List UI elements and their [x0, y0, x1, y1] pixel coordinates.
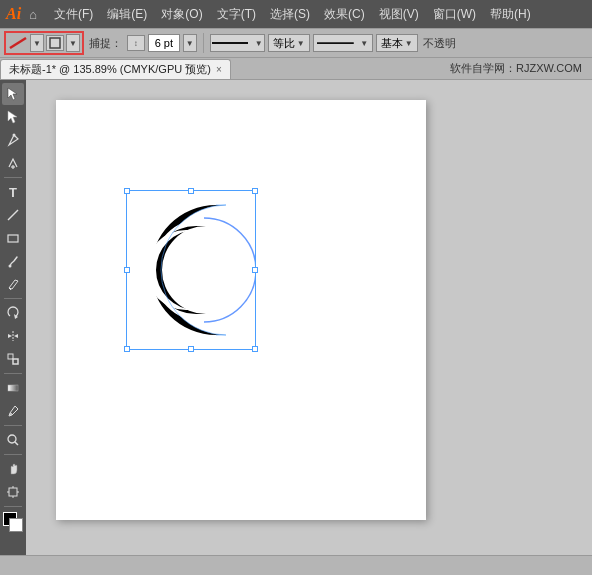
snap-label: 捕捉：: [87, 36, 124, 51]
tool-reflect[interactable]: [2, 325, 24, 347]
svg-line-9: [8, 210, 18, 220]
tool-line[interactable]: [2, 204, 24, 226]
tool-zoom[interactable]: [2, 429, 24, 451]
menu-effect[interactable]: 效果(C): [317, 4, 372, 25]
tool-rotate[interactable]: [2, 302, 24, 324]
toolbox-sep-5: [4, 454, 22, 455]
shape-container[interactable]: [126, 190, 256, 350]
menu-view[interactable]: 视图(V): [372, 4, 426, 25]
tool-pen[interactable]: [2, 129, 24, 151]
main-area: T: [0, 80, 592, 555]
menu-type[interactable]: 文字(T): [210, 4, 263, 25]
tool-add-anchor[interactable]: [2, 152, 24, 174]
ratio-dropdown[interactable]: 等比 ▼: [268, 34, 310, 52]
line-style-dropdown[interactable]: ▼: [210, 34, 265, 52]
toolbox-sep-1: [4, 177, 22, 178]
tab-right-info: 软件自学网：RJZXW.COM: [440, 57, 592, 79]
tab-close-btn[interactable]: ×: [216, 64, 222, 75]
svg-point-11: [9, 265, 12, 268]
status-bar: [0, 555, 592, 575]
svg-point-6: [13, 134, 16, 137]
ai-logo: Ai: [6, 5, 21, 23]
toolbox-sep-3: [4, 373, 22, 374]
svg-line-0: [10, 38, 26, 48]
shape-dropdown[interactable]: ▼: [66, 34, 80, 52]
tool-hand[interactable]: [2, 458, 24, 480]
tool-direct-select[interactable]: [2, 106, 24, 128]
svg-rect-21: [9, 488, 17, 496]
tool-eyedropper[interactable]: [2, 400, 24, 422]
c-shape-svg: [126, 190, 256, 350]
snap-value-input[interactable]: [148, 34, 180, 52]
svg-marker-4: [8, 88, 17, 100]
home-icon[interactable]: ⌂: [29, 7, 37, 22]
tool-color-boxes[interactable]: [3, 512, 23, 532]
shape-square-btn[interactable]: [46, 35, 64, 51]
style-label: 基本: [381, 36, 403, 51]
menu-file[interactable]: 文件(F): [47, 4, 100, 25]
snap-spinner[interactable]: ↕: [127, 35, 145, 51]
svg-rect-10: [8, 235, 18, 242]
tool-gradient[interactable]: [2, 377, 24, 399]
menu-select[interactable]: 选择(S): [263, 4, 317, 25]
menu-object[interactable]: 对象(O): [154, 4, 209, 25]
tool-artboard[interactable]: [2, 481, 24, 503]
style-dropdown[interactable]: 基本 ▼: [376, 34, 418, 52]
svg-rect-1: [50, 38, 60, 48]
tool-type[interactable]: T: [2, 181, 24, 203]
canvas-page: [56, 100, 426, 520]
tab-title: 未标题-1* @ 135.89% (CMYK/GPU 预览): [9, 62, 211, 77]
snap-unit-dropdown[interactable]: ▼: [183, 34, 197, 52]
stroke-icon[interactable]: [8, 36, 28, 50]
tab-bar: 未标题-1* @ 135.89% (CMYK/GPU 预览) × 软件自学网：R…: [0, 58, 592, 80]
document-tab[interactable]: 未标题-1* @ 135.89% (CMYK/GPU 预览) ×: [0, 59, 231, 79]
background-color[interactable]: [9, 518, 23, 532]
menu-edit[interactable]: 编辑(E): [100, 4, 154, 25]
menu-window[interactable]: 窗口(W): [426, 4, 483, 25]
tool-rect[interactable]: [2, 227, 24, 249]
stroke-fill-group: ▼ ▼: [4, 31, 84, 55]
svg-rect-17: [8, 385, 18, 391]
tool-scale[interactable]: [2, 348, 24, 370]
line-end-dropdown[interactable]: ▼: [313, 34, 373, 52]
tool-select[interactable]: [2, 83, 24, 105]
canvas-area[interactable]: [26, 80, 592, 555]
menu-help[interactable]: 帮助(H): [483, 4, 538, 25]
svg-point-18: [10, 413, 12, 415]
toolbox-sep-2: [4, 298, 22, 299]
toolbar-separator-1: [203, 33, 204, 53]
toolbox-sep-6: [4, 506, 22, 507]
svg-rect-16: [13, 359, 18, 364]
ratio-label: 等比: [273, 36, 295, 51]
stroke-dropdown[interactable]: ▼: [30, 34, 44, 52]
left-toolbox: T: [0, 80, 26, 555]
toolbox-sep-4: [4, 425, 22, 426]
svg-point-19: [8, 435, 16, 443]
opacity-label: 不透明: [421, 36, 458, 51]
menu-bar: Ai ⌂ 文件(F) 编辑(E) 对象(O) 文字(T) 选择(S) 效果(C)…: [0, 0, 592, 28]
tool-paintbrush[interactable]: [2, 250, 24, 272]
svg-marker-5: [8, 111, 17, 123]
svg-line-20: [15, 442, 18, 445]
toolbar: ▼ ▼ 捕捉： ↕ ▼ ▼ 等比 ▼ ▼: [0, 28, 592, 58]
tool-pencil[interactable]: [2, 273, 24, 295]
